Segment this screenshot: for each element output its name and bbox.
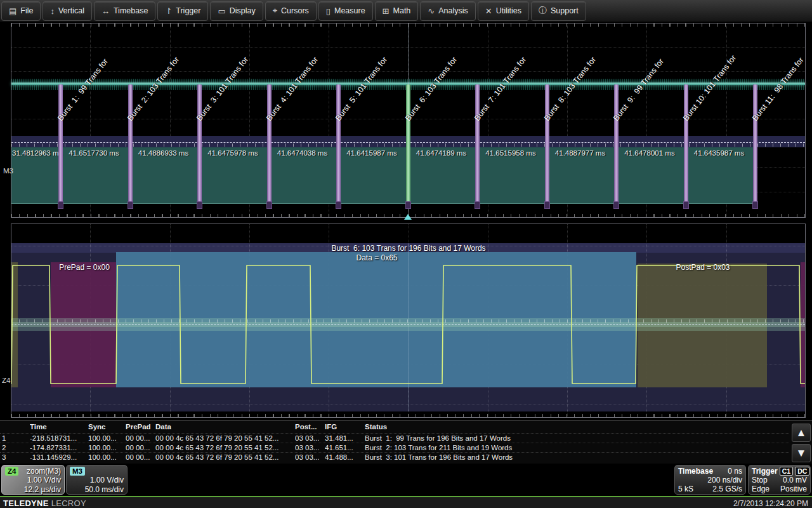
table-cell: 03 03...	[295, 453, 321, 461]
table-scroll-up-button[interactable]: ▲	[792, 424, 811, 442]
column-header-sync[interactable]: Sync	[88, 423, 106, 431]
burst-marker-4[interactable]	[267, 84, 272, 202]
table-row[interactable]: 1-218.518731...100.00...00 00...00 00 4c…	[0, 433, 789, 443]
burst-overview-panel[interactable]: 31.4812963 ms41.6517730 ms41.4886933 ms4…	[0, 23, 812, 218]
menu-button-support[interactable]: ⓘSupport	[531, 1, 586, 21]
menu-button-analysis[interactable]: ∿Analysis	[420, 1, 475, 21]
burst-marker-tip	[128, 201, 133, 209]
table-row[interactable]: 3-131.145929...100.00...00 00...00 00 4c…	[0, 452, 789, 462]
m3-badge: M3	[70, 467, 85, 476]
menu-button-file[interactable]: ▤File	[1, 1, 41, 21]
column-header-ifg[interactable]: IFG	[325, 423, 337, 431]
m3-vdiv: 1.00 V/div	[70, 476, 124, 485]
table-cell: -131.145929...	[30, 453, 84, 461]
timebase-title: Timebase	[678, 467, 713, 476]
burst-marker-10[interactable]	[684, 84, 688, 202]
utilities-icon: ✕	[485, 6, 492, 16]
menu-button-cursors[interactable]: ⌖Cursors	[265, 1, 317, 21]
decode-result-table: NRZTimeSyncPrePadDataPost...IFGStatus 1-…	[0, 420, 812, 465]
burst-marker-7[interactable]	[475, 84, 480, 202]
table-row[interactable]: 2-174.827331...100.00...00 00...00 00 4c…	[0, 443, 789, 453]
math-icon: ⊞	[383, 6, 390, 16]
menu-button-measure[interactable]: ▯Measure	[318, 1, 373, 21]
menu-label: Timebase	[114, 6, 148, 15]
menu-label: Support	[551, 6, 579, 15]
table-cell: -174.827331...	[30, 444, 84, 451]
vertical-icon: ↕	[50, 6, 55, 16]
menu-button-utilities[interactable]: ✕Utilities	[478, 1, 529, 21]
menu-button-trigger[interactable]: ↾Trigger	[157, 1, 208, 21]
table-cell: 41.488...	[325, 453, 361, 461]
burst-marker-1[interactable]	[58, 84, 63, 202]
table-cell: 00 00 4c 65 43 72 6f 79 20 55 41 52...	[155, 434, 291, 442]
burst-marker-tip	[405, 201, 411, 209]
menu-button-vertical[interactable]: ↕Vertical	[43, 1, 92, 21]
timebase-tdiv: 200 ns/div	[707, 476, 742, 485]
burst-marker-tip	[266, 201, 272, 209]
menu-label: Cursors	[281, 6, 309, 15]
column-header-prepad[interactable]: PrePad	[126, 423, 151, 431]
menu-button-math[interactable]: ⊞Math	[375, 1, 419, 21]
burst-marker-tip	[613, 201, 619, 209]
table-cell: 100.00...	[88, 444, 122, 451]
table-cell: 03 03...	[295, 434, 321, 442]
burst-marker-tip	[475, 201, 480, 209]
column-header-time[interactable]: Time	[30, 423, 47, 431]
burst-marker-tip	[58, 201, 63, 209]
ifg-measurement: 41.6515958 ms	[478, 149, 543, 157]
table-scroll-down-button[interactable]: ▼	[792, 444, 811, 462]
top-axis-ticks	[11, 23, 805, 27]
z4-descriptor-box[interactable]: Z4 zoom(M3) 1.00 V/div 12.2 µs/div	[1, 465, 65, 495]
m3-descriptor-box[interactable]: M3 1.00 V/div 50.0 ms/div	[66, 465, 128, 495]
trigger-descriptor-box[interactable]: Trigger C1DC Stop 0.0 mV Edge Positive	[748, 465, 811, 495]
burst-title: Burst 6: 103 Trans for 196 Bits and 17 W…	[331, 244, 485, 253]
menu-label: Measure	[334, 6, 365, 15]
postpad-label: PostPad = 0x03	[676, 263, 730, 272]
trigger-source-badge: C1	[780, 467, 793, 476]
column-header-status[interactable]: Status	[365, 423, 387, 431]
table-cell: 100.00...	[88, 434, 122, 442]
trigger-position-marker[interactable]	[404, 214, 412, 220]
teledyne-lecroy-logo: TELEDYNE LECROY	[3, 498, 86, 508]
measure-icon: ▯	[326, 6, 331, 16]
analysis-icon: ∿	[428, 6, 435, 16]
burst-marker-6[interactable]	[406, 84, 410, 202]
table-cell: 00 00...	[126, 444, 152, 451]
column-header-post[interactable]: Post...	[295, 423, 317, 431]
menu-button-display[interactable]: ▭Display	[210, 1, 263, 21]
table-cell: Burst 3: 101 Trans for 196 Bits and 17 W…	[365, 453, 789, 461]
z4-badge: Z4	[5, 467, 18, 476]
menu-label: Math	[393, 6, 411, 15]
ifg-measurement: 41.6474189 ms	[409, 149, 473, 157]
ifg-measurement: 41.6478001 ms	[617, 149, 682, 157]
timebase-offset: 0 ns	[728, 467, 742, 476]
menu-button-timebase[interactable]: ↔Timebase	[94, 1, 155, 21]
z4-channel-label: Z4	[2, 377, 10, 384]
file-icon: ▤	[9, 6, 16, 16]
zoom-panel[interactable]: Burst 6: 103 Trans for 196 Bits and 17 W…	[0, 224, 812, 418]
z4-vdiv: 1.00 V/div	[5, 476, 61, 485]
oscilloscope-screen: ▤File↕Vertical↔Timebase↾Trigger▭Display⌖…	[0, 0, 812, 508]
ifg-measurement: 41.6475978 ms	[200, 149, 265, 157]
ifg-measurement: 31.4812963 ms	[12, 149, 56, 157]
cursors-icon: ⌖	[273, 6, 277, 16]
burst-marker-2[interactable]	[128, 84, 133, 202]
burst-marker-tip	[197, 201, 202, 209]
burst-marker-tip	[544, 201, 550, 209]
trigger-title: Trigger	[752, 467, 778, 476]
burst-marker-11[interactable]	[753, 84, 757, 202]
timebase-descriptor-box[interactable]: Timebase 0 ns 200 ns/div 5 kS 2.5 GS/s	[674, 465, 746, 495]
table-cell: Burst 2: 103 Trans for 211 Bits and 19 W…	[365, 444, 789, 451]
burst-marker-9[interactable]	[614, 84, 619, 202]
menu-label: File	[20, 6, 33, 15]
trigger-type: Edge	[752, 485, 769, 493]
burst-marker-3[interactable]	[197, 84, 202, 202]
m3-tdiv: 50.0 ms/div	[70, 485, 124, 495]
table-cell: -218.518731...	[30, 434, 84, 442]
clock: 2/7/2013 12:24:20 PM	[733, 499, 808, 508]
display-icon: ▭	[218, 6, 225, 16]
menu-bar: ▤File↕Vertical↔Timebase↾Trigger▭Display⌖…	[0, 0, 812, 22]
burst-marker-8[interactable]	[545, 84, 549, 202]
column-header-data[interactable]: Data	[155, 423, 171, 431]
burst-marker-5[interactable]	[336, 84, 341, 202]
